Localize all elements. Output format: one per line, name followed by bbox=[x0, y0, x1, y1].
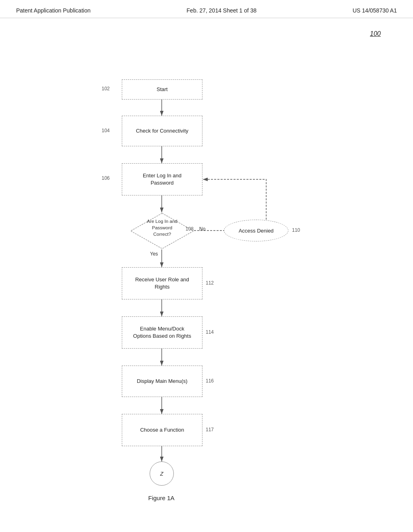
check-connectivity-box: Check for Connectivity bbox=[122, 116, 202, 146]
page-header: Patent Application Publication Feb. 27, … bbox=[0, 0, 413, 18]
connector-z: Z bbox=[150, 461, 174, 486]
start-ref: 102 bbox=[102, 86, 110, 91]
display-menu-box: Display Main Menu(s) bbox=[122, 366, 202, 397]
access-denied-oval: Access Denied bbox=[224, 220, 288, 241]
yes-label: Yes bbox=[150, 251, 158, 257]
header-left: Patent Application Publication bbox=[16, 7, 90, 14]
header-center: Feb. 27, 2014 Sheet 1 of 38 bbox=[187, 7, 257, 14]
figure-caption: Figure 1A bbox=[129, 495, 194, 501]
diagram-title: 100 bbox=[370, 30, 381, 37]
check-connectivity-ref: 104 bbox=[102, 128, 110, 133]
login-correct-ref: 108 bbox=[186, 226, 194, 232]
receive-role-ref: 112 bbox=[206, 280, 214, 286]
start-box: Start bbox=[122, 79, 202, 100]
no-label: No bbox=[199, 226, 205, 232]
display-menu-ref: 116 bbox=[206, 378, 214, 384]
enter-login-ref: 106 bbox=[102, 175, 110, 181]
arrows-svg bbox=[0, 18, 413, 518]
login-correct-label: Are Log In andPasswordCorrect? bbox=[147, 219, 177, 237]
receive-role-box: Receive User Role and Rights bbox=[122, 267, 202, 299]
diagram-area: 100 Star bbox=[0, 18, 413, 518]
enable-menu-ref: 114 bbox=[206, 329, 214, 335]
enable-menu-box: Enable Menu/Dock Options Based on Rights bbox=[122, 316, 202, 349]
access-denied-ref: 110 bbox=[292, 227, 300, 233]
login-correct-diamond-container: Are Log In andPasswordCorrect? bbox=[130, 212, 194, 249]
enter-login-box: Enter Log In and Password bbox=[122, 163, 202, 195]
choose-function-box: Choose a Function bbox=[122, 414, 202, 446]
header-right: US 14/058730 A1 bbox=[353, 7, 397, 14]
choose-function-ref: 117 bbox=[206, 427, 214, 432]
